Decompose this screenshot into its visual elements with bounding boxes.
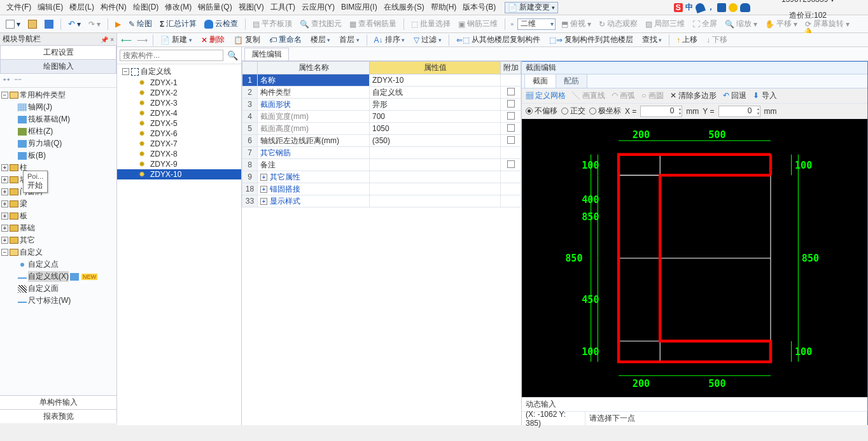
zoom-button[interactable]: 🔍缩放▾ bbox=[723, 17, 759, 31]
menu-edit[interactable]: 编辑(E) bbox=[35, 1, 66, 14]
checkbox-icon[interactable] bbox=[507, 160, 515, 168]
prop-value[interactable]: 异形 bbox=[370, 99, 501, 111]
menu-view[interactable]: 视图(V) bbox=[236, 1, 267, 14]
prop-value[interactable]: (350) bbox=[370, 135, 501, 147]
prop-row[interactable]: 7其它钢筋 bbox=[242, 147, 521, 159]
tab-section[interactable]: 截面 bbox=[524, 74, 556, 88]
single-component-input-button[interactable]: 单构件输入 bbox=[0, 395, 116, 409]
view-steel-button[interactable]: ▦查看钢筋量 bbox=[347, 17, 398, 31]
expand-icon[interactable]: + bbox=[1, 188, 8, 195]
prop-row[interactable]: 6轴线距左边线距离(mm)(350) bbox=[242, 135, 521, 147]
prop-add[interactable] bbox=[501, 159, 521, 171]
floor-dropdown[interactable]: 楼层 bbox=[309, 33, 333, 46]
tree-folder-slab[interactable]: + 板 bbox=[1, 210, 115, 222]
prop-value[interactable] bbox=[370, 159, 501, 171]
menu-floor[interactable]: 楼层(L) bbox=[67, 1, 97, 14]
list-item[interactable]: ✸ZDYX-1 bbox=[117, 78, 241, 88]
screen-rotate-button[interactable]: ⟳屏幕旋转▾ bbox=[803, 17, 851, 31]
prop-value[interactable]: 自定义线 bbox=[370, 87, 501, 99]
list-item[interactable]: ✸ZDYX-2 bbox=[117, 88, 241, 98]
tab-property-edit[interactable]: 属性编辑 bbox=[244, 48, 289, 60]
checkbox-icon[interactable] bbox=[507, 124, 515, 132]
prop-value[interactable] bbox=[370, 147, 501, 159]
draw-circle-button[interactable]: ○ 画圆 bbox=[641, 90, 664, 101]
orbit-button[interactable]: ↻动态观察 bbox=[597, 17, 640, 31]
prop-add[interactable] bbox=[501, 111, 521, 123]
sogou-icon[interactable]: S bbox=[674, 3, 683, 12]
collapse-icon[interactable]: − bbox=[122, 68, 129, 75]
redo-button[interactable]: ↷▾ bbox=[87, 18, 102, 30]
list-item[interactable]: ✸ZDYX-5 bbox=[117, 118, 241, 129]
expand-icon[interactable]: + bbox=[1, 237, 8, 244]
expand-all-icon[interactable]: ⁺⁺ bbox=[3, 76, 10, 85]
clear-polygon-button[interactable]: ✕ 清除多边形 bbox=[670, 90, 717, 101]
tree-folder-custom[interactable]: − 自定义 bbox=[1, 246, 115, 258]
import-section-button[interactable]: ⬇ 导入 bbox=[753, 90, 776, 101]
moon-icon[interactable] bbox=[694, 2, 706, 13]
collapse-icon[interactable]: − bbox=[1, 249, 8, 256]
y-input[interactable]: 0 bbox=[718, 106, 760, 117]
checkbox-icon[interactable] bbox=[507, 100, 515, 108]
prop-add[interactable] bbox=[501, 99, 521, 111]
ime-zh-icon[interactable]: 中 bbox=[685, 2, 693, 13]
filter-button[interactable]: ▽ 过滤 bbox=[412, 33, 444, 46]
expand-icon[interactable]: + bbox=[1, 176, 8, 183]
menu-help[interactable]: 帮助(H) bbox=[428, 1, 459, 14]
prop-add[interactable] bbox=[501, 123, 521, 135]
rename-button[interactable]: 🏷 重命名 bbox=[267, 33, 304, 46]
expand-icon[interactable]: + bbox=[1, 200, 8, 207]
delete-button[interactable]: ✕ 删除 bbox=[199, 33, 227, 46]
x-input[interactable]: 0 bbox=[640, 106, 682, 117]
radio-polar[interactable]: 极坐标 bbox=[589, 106, 621, 116]
move-up-button[interactable]: ↑ 上移 bbox=[675, 33, 699, 46]
tree-item-custom-face[interactable]: 自定义面 bbox=[1, 283, 115, 295]
menu-cloud[interactable]: 云应用(Y) bbox=[299, 1, 337, 14]
prop-value[interactable]: ZDYX-10 bbox=[370, 74, 501, 87]
nav-back-icon[interactable]: ⟵ bbox=[121, 36, 132, 45]
prop-add[interactable] bbox=[501, 87, 521, 99]
expand-icon[interactable]: » bbox=[510, 21, 514, 27]
batch-select-button[interactable]: ⬚批量选择 bbox=[409, 17, 452, 31]
prop-add[interactable] bbox=[501, 135, 521, 147]
tree-folder-foundation[interactable]: + 基础 bbox=[1, 222, 115, 234]
list-item[interactable]: ✸ZDYX-7 bbox=[117, 139, 241, 149]
flat-top-button[interactable]: ▤平齐板顶 bbox=[251, 17, 294, 31]
close-icon[interactable]: × bbox=[110, 36, 114, 43]
prop-row[interactable]: 4截面宽度(mm)700 bbox=[242, 111, 521, 123]
checkbox-icon[interactable] bbox=[507, 136, 515, 144]
prop-add[interactable] bbox=[501, 74, 521, 87]
pin-icon[interactable]: 📌 bbox=[101, 36, 108, 43]
prop-row[interactable]: 2构件类型自定义线 bbox=[242, 87, 521, 99]
cloud-icon[interactable] bbox=[740, 3, 750, 12]
prop-row[interactable]: 8备注 bbox=[242, 159, 521, 171]
sort-button[interactable]: A↓ 排序 bbox=[372, 33, 407, 46]
tree-item-slab[interactable]: 板(B) bbox=[1, 150, 115, 162]
pan-button[interactable]: ✋平移▾ bbox=[763, 17, 799, 31]
tree-folder-opening[interactable]: + 门窗洞 bbox=[1, 186, 115, 198]
prop-row[interactable]: 18+锚固搭接 bbox=[242, 183, 521, 195]
topview-button[interactable]: ⬒俯视▾ bbox=[559, 17, 593, 31]
menu-draw[interactable]: 绘图(D) bbox=[130, 1, 162, 14]
nav-fwd-icon[interactable]: ⟶ bbox=[137, 36, 148, 45]
keyboard-icon[interactable] bbox=[717, 3, 726, 12]
menu-component[interactable]: 构件(N) bbox=[98, 1, 129, 14]
phone-dropdown[interactable]: 13907298339 ▾ bbox=[781, 0, 834, 4]
report-preview-button[interactable]: 报表预览 bbox=[0, 409, 116, 423]
draw-button[interactable]: ✎绘图 bbox=[127, 17, 154, 31]
menu-online[interactable]: 在线服务(S) bbox=[381, 1, 427, 14]
prop-value[interactable]: 700 bbox=[370, 111, 501, 123]
tree-item-custom-point[interactable]: 自定义点 bbox=[1, 258, 115, 270]
prop-add[interactable] bbox=[501, 171, 521, 183]
new-component-button[interactable]: 📄 新建 bbox=[158, 33, 194, 46]
open-button[interactable] bbox=[26, 18, 39, 30]
menu-version[interactable]: 版本号(B) bbox=[460, 1, 498, 14]
menu-rebar[interactable]: 钢筋量(Q) bbox=[195, 1, 234, 14]
checkbox-icon[interactable] bbox=[507, 112, 515, 120]
tree-folder-column[interactable]: + 柱 bbox=[1, 162, 115, 174]
find-component-button[interactable]: 查找 bbox=[640, 33, 664, 46]
undo-section-button[interactable]: ↶ 回退 bbox=[723, 90, 746, 101]
define-grid-button[interactable]: ▦ 定义网格 bbox=[526, 90, 566, 101]
new-file-button[interactable]: ▾ bbox=[4, 18, 22, 30]
tree-item-dimension[interactable]: 尺寸标注(W) bbox=[1, 295, 115, 307]
tree-item-axis[interactable]: 轴网(J) bbox=[1, 101, 115, 113]
